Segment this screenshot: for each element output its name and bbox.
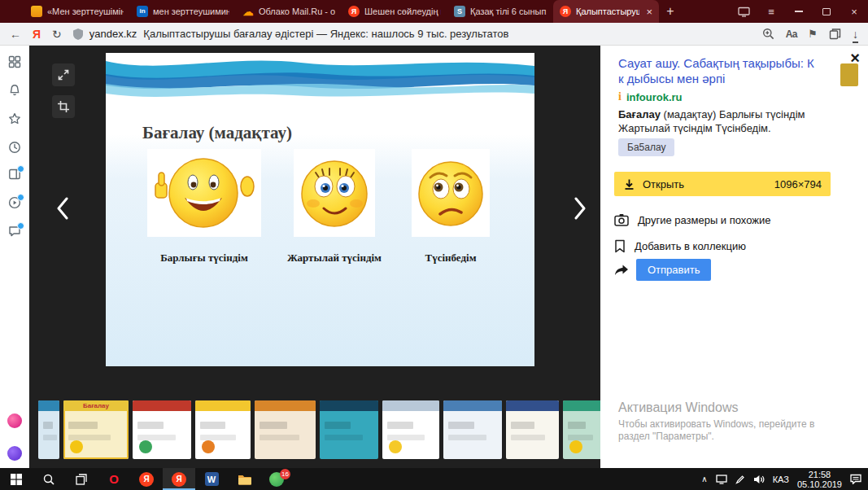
clock[interactable]: 21:58 05.10.2019 (797, 470, 842, 489)
prev-image-button[interactable] (50, 194, 75, 223)
source-row[interactable]: i infourok.ru (618, 90, 683, 103)
slide-title: Бағалау (мадақтау) (142, 123, 292, 143)
file-explorer-button[interactable] (228, 468, 260, 490)
thumb-decoration (195, 400, 251, 411)
next-image-button[interactable] (568, 194, 592, 223)
menu-icon[interactable]: ≡ (757, 0, 785, 23)
add-collection-link[interactable]: Добавить в коллекцию (614, 238, 746, 254)
video-play-icon[interactable] (8, 196, 21, 209)
thumb-decoration (568, 422, 586, 429)
yandex-browser-active-button[interactable]: Я (163, 468, 195, 490)
yandex-app-button[interactable]: Я (130, 468, 163, 490)
notifications-bell-icon[interactable] (8, 84, 21, 97)
messenger-app-button[interactable]: 16 (260, 468, 293, 490)
side-panels-icon[interactable] (8, 168, 21, 181)
thumb-decoration (200, 435, 236, 440)
tab-kazak-tili[interactable]: S Қазақ тілі 6 сынып. (447, 0, 553, 23)
word-app-button[interactable]: W (195, 468, 228, 490)
resolution: 1096×794 (774, 178, 822, 190)
downloads-icon[interactable]: ↓ (853, 28, 858, 41)
tab-label: Қалыптастырушы (576, 7, 639, 16)
thumb-decoration (506, 400, 559, 411)
language-indicator[interactable]: КАЗ (773, 475, 789, 484)
related-thumbnail[interactable] (840, 63, 858, 86)
start-button[interactable] (0, 468, 33, 490)
back-icon[interactable]: ← (10, 28, 21, 41)
share-row: Отправить (614, 259, 711, 281)
collections-icon[interactable] (829, 28, 841, 40)
messenger-chat-icon[interactable] (8, 225, 21, 238)
thumbnail[interactable] (443, 400, 502, 459)
thumbnail[interactable] (38, 400, 59, 459)
thumbnail[interactable] (563, 400, 600, 459)
thumb-decoration (260, 422, 287, 429)
tab-label: «Мен зерттеушімін» (47, 7, 124, 16)
bookmark-flag-icon[interactable]: ⚑ (808, 28, 818, 40)
maximize-button[interactable] (813, 0, 840, 23)
tray-expand-icon[interactable]: ∧ (701, 475, 707, 483)
thumbnail[interactable] (506, 400, 559, 459)
download-icon (623, 178, 635, 190)
refresh-icon[interactable]: ↻ (52, 28, 62, 41)
history-clock-icon[interactable] (8, 141, 21, 154)
yandex-home-button[interactable]: Я (33, 28, 41, 41)
thumbnail[interactable] (320, 400, 378, 459)
thumb-decoration (387, 435, 425, 440)
url-domain: yandex.kz (89, 28, 137, 40)
notification-badge: 16 (280, 469, 290, 479)
thumb-decoration (511, 435, 545, 440)
thumbnail[interactable] (382, 400, 439, 459)
zoom-search-icon[interactable] (762, 28, 774, 40)
opera-app-button[interactable]: O (98, 468, 130, 490)
thumbnail[interactable] (133, 400, 191, 459)
volume-icon[interactable] (753, 475, 765, 484)
yandex-icon: Я (560, 6, 571, 17)
thumbnail-selected[interactable]: Бағалау (63, 400, 129, 459)
thumbnail[interactable] (195, 400, 251, 459)
result-title-link[interactable]: Сауат ашу. Сабақтың тақырыбы: К к дыбысы… (618, 55, 818, 86)
other-sizes-link[interactable]: Другие размеры и похожие (614, 212, 770, 228)
thumb-decoration (389, 440, 402, 453)
wave-decoration (106, 53, 534, 100)
browser-tab-bar: «Мен зерттеушімін» in мен зерттеушимин ☁… (0, 0, 868, 23)
translate-icon[interactable]: Аа (786, 28, 797, 40)
thumb-decoration (443, 400, 502, 411)
action-center-icon[interactable] (850, 474, 861, 484)
window-close-button[interactable]: × (840, 0, 868, 23)
tab-linkedin[interactable]: in мен зерттеушимин (130, 0, 236, 23)
taskbar-search-button[interactable] (33, 468, 65, 490)
windows-list-icon[interactable] (730, 0, 757, 23)
alice-assistant-icon[interactable] (7, 446, 22, 461)
fullscreen-button[interactable] (52, 63, 75, 86)
time: 21:58 (797, 470, 842, 479)
services-pink-icon[interactable] (7, 413, 22, 428)
thumb-decoration (133, 400, 191, 411)
minimize-button[interactable] (785, 0, 813, 23)
tableau-grid-icon[interactable] (8, 55, 21, 68)
new-tab-button[interactable]: + (659, 0, 682, 23)
tab-close-icon[interactable]: × (646, 6, 652, 18)
tag-chip[interactable]: Ба5алау (618, 138, 674, 156)
thumb-decoration (38, 400, 59, 411)
crop-button[interactable] (52, 95, 75, 118)
slide-image[interactable]: Бағалау (мадақтау) (106, 53, 534, 366)
open-button[interactable]: Открыть 1096×794 (614, 172, 831, 196)
tab-label: Қазақ тілі 6 сынып. (470, 7, 547, 16)
open-label: Открыть (643, 178, 684, 190)
pen-icon[interactable] (735, 475, 745, 484)
url-field[interactable]: yandex.kz Қалыптастырушы бағалау әдістер… (73, 23, 818, 46)
folder-icon (238, 474, 251, 485)
thumb-decoration (68, 422, 98, 429)
thumbnail[interactable] (255, 400, 316, 459)
tab-kalyptastyrushy-active[interactable]: Я Қалыптастырушы × (553, 0, 659, 23)
bookmarks-star-icon[interactable] (8, 112, 21, 125)
network-icon[interactable] (716, 475, 727, 484)
thumb-decoration (70, 440, 83, 453)
tab-sheshen-soyleu[interactable]: Я Шешен сөйлеудің қ (342, 0, 447, 23)
share-button[interactable]: Отправить (636, 259, 711, 281)
orange-site-icon (31, 6, 42, 17)
tab-oblako-mailru[interactable]: ☁ Облако Mail.Ru - об (236, 0, 342, 23)
tab-men-zertteushimin[interactable]: «Мен зерттеушімін» (24, 0, 130, 23)
task-view-button[interactable] (65, 468, 98, 490)
tab-label: Облако Mail.Ru - об (259, 7, 335, 16)
